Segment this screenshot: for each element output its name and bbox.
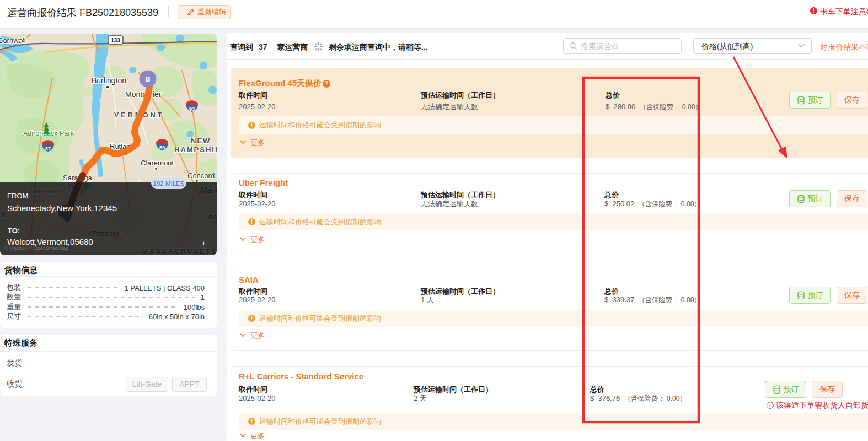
- svg-text:B: B: [145, 75, 150, 83]
- svg-text:Claremont: Claremont: [141, 159, 174, 167]
- svg-text:Burlington: Burlington: [92, 76, 126, 85]
- svg-text:Montpelier: Montpelier: [125, 90, 162, 99]
- svg-text:Concord: Concord: [187, 171, 215, 180]
- svg-text:192 MILES: 192 MILES: [153, 180, 185, 187]
- svg-text:Schenectady,New York,12345: Schenectady,New York,12345: [7, 203, 117, 213]
- svg-text:© Mapbox © OpenStreetMap: © Mapbox © OpenStreetMap: [4, 245, 68, 251]
- svg-text:93: 93: [189, 106, 195, 112]
- svg-text:TO:: TO:: [8, 227, 20, 235]
- svg-text:HAMPSHIRE: HAMPSHIRE: [174, 146, 217, 154]
- svg-text:87: 87: [45, 146, 51, 152]
- svg-text:NEW: NEW: [191, 137, 211, 145]
- svg-text:i: i: [202, 240, 204, 246]
- svg-text:FROM: FROM: [7, 192, 28, 200]
- svg-text:89: 89: [159, 144, 165, 150]
- svg-text:133: 133: [111, 37, 120, 44]
